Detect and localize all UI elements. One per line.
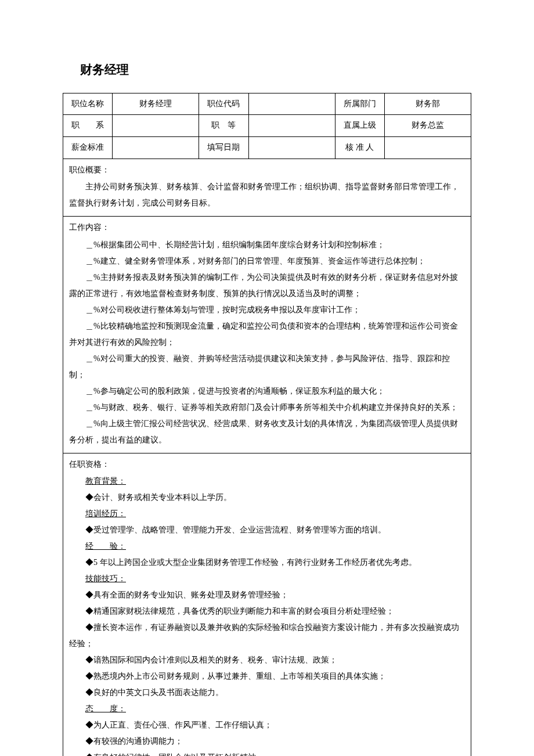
label-approver: 核 准 人: [335, 137, 384, 159]
value-department: 财务部: [384, 93, 471, 115]
overview-heading: 职位概要：: [69, 163, 465, 178]
content-item: ＿%比较精确地监控和预测现金流量，确定和监控公司负债和资本的合理结构，统筹管理和…: [69, 318, 465, 351]
label-position-name: 职位名称: [63, 93, 113, 115]
value-salary: [113, 137, 199, 159]
education-heading: 教育背景：: [69, 473, 465, 489]
value-position-code: [248, 93, 335, 115]
content-item: ＿%对公司重大的投资、融资、并购等经营活动提供建议和决策支持，参与风险评估、指导…: [69, 351, 465, 383]
skills-item: ◆擅长资本运作，有证券融资以及兼并收购的实际经验和综合投融资方案设计能力，并有多…: [69, 620, 465, 652]
header-table: 职位名称 财务经理 职位代码 所属部门 财务部 职 系 职 等 直属上级 财务总…: [63, 93, 471, 159]
skills-item: ◆良好的中英文口头及书面表达能力。: [69, 685, 465, 701]
value-position-name: 财务经理: [113, 93, 199, 115]
label-salary: 薪金标准: [63, 137, 113, 159]
section-content: 工作内容： ＿%根据集团公司中、长期经营计划，组织编制集团年度综合财务计划和控制…: [63, 217, 471, 453]
content-item: ＿%对公司税收进行整体筹划与管理，按时完成税务申报以及年度审计工作；: [69, 302, 465, 318]
value-job-series: [113, 115, 199, 137]
content-item: ＿%与财政、税务、银行、证券等相关政府部门及会计师事务所等相关中介机构建立并保持…: [69, 399, 465, 416]
skills-item: ◆精通国家财税法律规范，具备优秀的职业判断能力和丰富的财会项目分析处理经验；: [69, 603, 465, 620]
attitude-item: ◆有较强的沟通协调能力；: [69, 733, 465, 750]
content-item: ＿%向上级主管汇报公司经营状况、经营成果、财务收支及计划的具体情况，为集团高级管…: [69, 416, 465, 448]
skills-item: ◆具有全面的财务专业知识、账务处理及财务管理经验；: [69, 587, 465, 603]
attitude-item: ◆为人正直、责任心强、作风严谨、工作仔细认真；: [69, 717, 465, 733]
experience-item: ◆5 年以上跨国企业或大型企业集团财务管理工作经验，有跨行业财务工作经历者优先考…: [69, 555, 465, 571]
content-item: ＿%主持财务报表及财务预决算的编制工作，为公司决策提供及时有效的财务分析，保证财…: [69, 269, 465, 302]
label-job-grade: 职 等: [199, 115, 248, 137]
skills-heading: 技能技巧：: [69, 571, 465, 587]
training-heading: 培训经历：: [69, 506, 465, 522]
label-fill-date: 填写日期: [199, 137, 248, 159]
skills-item: ◆熟悉境内外上市公司财务规则，从事过兼并、重组、上市等相关项目的具体实施；: [69, 668, 465, 685]
section-overview: 职位概要： 主持公司财务预决算、财务核算、会计监督和财务管理工作；组织协调、指导…: [63, 159, 471, 217]
content-item: ＿%参与确定公司的股利政策，促进与投资者的沟通顺畅，保证股东利益的最大化；: [69, 383, 465, 399]
value-supervisor: 财务总监: [384, 115, 471, 137]
label-job-series: 职 系: [63, 115, 113, 137]
value-approver: [384, 137, 471, 159]
content-item: ＿%建立、健全财务管理体系，对财务部门的日常管理、年度预算、资金运作等进行总体控…: [69, 253, 465, 269]
value-job-grade: [248, 115, 335, 137]
training-item: ◆受过管理学、战略管理、管理能力开发、企业运营流程、财务管理等方面的培训。: [69, 522, 465, 538]
label-supervisor: 直属上级: [335, 115, 384, 137]
overview-text: 主持公司财务预决算、财务核算、会计监督和财务管理工作；组织协调、指导监督财务部日…: [69, 179, 465, 211]
content-item: ＿%根据集团公司中、长期经营计划，组织编制集团年度综合财务计划和控制标准；: [69, 237, 465, 253]
qualifications-heading: 任职资格：: [69, 457, 465, 473]
label-position-code: 职位代码: [199, 93, 248, 115]
document-title: 财务经理: [80, 58, 471, 81]
experience-heading: 经 验：: [69, 538, 465, 555]
skills-item: ◆谙熟国际和国内会计准则以及相关的财务、税务、审计法规、政策；: [69, 652, 465, 668]
value-fill-date: [248, 137, 335, 159]
label-department: 所属部门: [335, 93, 384, 115]
attitude-heading: 态 度：: [69, 701, 465, 717]
attitude-item: ◆有良好的纪律性、团队合作以及开拓创新精神。: [69, 750, 465, 756]
education-item: ◆会计、财务或相关专业本科以上学历。: [69, 489, 465, 506]
content-heading: 工作内容：: [69, 220, 465, 236]
section-qualifications: 任职资格： 教育背景： ◆会计、财务或相关专业本科以上学历。 培训经历： ◆受过…: [63, 453, 471, 756]
